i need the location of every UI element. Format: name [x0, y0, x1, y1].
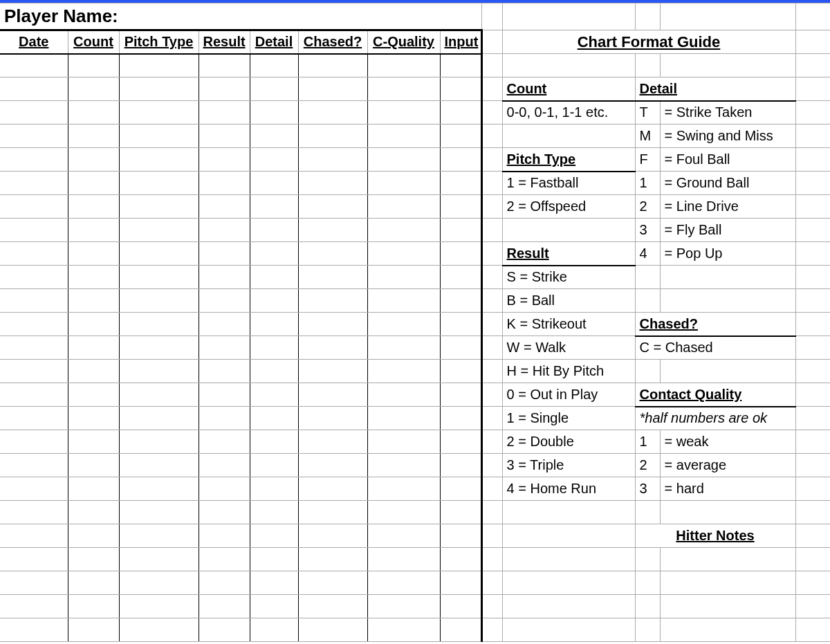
- entry-cell-chased[interactable]: [298, 618, 367, 642]
- blank-cell[interactable]: [795, 360, 830, 383]
- entry-cell-detail[interactable]: [250, 172, 298, 195]
- entry-cell-c-quality[interactable]: [367, 54, 440, 77]
- blank-cell[interactable]: [481, 360, 502, 383]
- entry-cell-pitch-type[interactable]: [119, 618, 199, 642]
- entry-cell-date[interactable]: [0, 148, 68, 172]
- entry-cell-c-quality[interactable]: [367, 501, 440, 524]
- entry-cell-chased[interactable]: [298, 219, 367, 242]
- blank-cell[interactable]: [481, 313, 502, 336]
- entry-cell-result[interactable]: [199, 289, 250, 313]
- blank-cell[interactable]: [795, 77, 830, 101]
- entry-cell-pitch-type[interactable]: [119, 289, 199, 313]
- entry-cell-result[interactable]: [199, 548, 250, 571]
- entry-cell-c-quality[interactable]: [367, 289, 440, 313]
- entry-cell-detail[interactable]: [250, 477, 298, 501]
- entry-cell-chased[interactable]: [298, 454, 367, 477]
- blank-cell[interactable]: [795, 313, 830, 336]
- entry-cell-pitch-type[interactable]: [119, 454, 199, 477]
- entry-cell-detail[interactable]: [250, 383, 298, 407]
- entry-cell-detail[interactable]: [250, 289, 298, 313]
- entry-cell-date[interactable]: [0, 313, 68, 336]
- entry-cell-chased[interactable]: [298, 524, 367, 548]
- entry-cell-result[interactable]: [199, 595, 250, 618]
- entry-cell-result[interactable]: [199, 501, 250, 524]
- entry-cell-input[interactable]: [440, 360, 481, 383]
- entry-cell-chased[interactable]: [298, 477, 367, 501]
- entry-cell-chased[interactable]: [298, 336, 367, 360]
- blank-cell[interactable]: [795, 289, 830, 313]
- blank-cell[interactable]: [481, 548, 502, 571]
- entry-cell-c-quality[interactable]: [367, 571, 440, 595]
- blank-cell[interactable]: [481, 524, 502, 548]
- entry-cell-count[interactable]: [68, 383, 119, 407]
- entry-cell-count[interactable]: [68, 548, 119, 571]
- entry-cell-date[interactable]: [0, 548, 68, 571]
- entry-cell-input[interactable]: [440, 430, 481, 454]
- entry-cell-detail[interactable]: [250, 54, 298, 77]
- blank-cell[interactable]: [795, 548, 830, 571]
- blank-cell[interactable]: [795, 407, 830, 430]
- entry-cell-input[interactable]: [440, 195, 481, 219]
- entry-cell-count[interactable]: [68, 618, 119, 642]
- entry-cell-date[interactable]: [0, 501, 68, 524]
- entry-cell-pitch-type[interactable]: [119, 383, 199, 407]
- entry-cell-pitch-type[interactable]: [119, 360, 199, 383]
- entry-cell-chased[interactable]: [298, 360, 367, 383]
- entry-cell-pitch-type[interactable]: [119, 313, 199, 336]
- blank-cell[interactable]: [481, 430, 502, 454]
- entry-cell-pitch-type[interactable]: [119, 501, 199, 524]
- entry-cell-date[interactable]: [0, 454, 68, 477]
- blank-cell[interactable]: [481, 125, 502, 148]
- blank-cell[interactable]: [795, 3, 830, 30]
- blank-cell[interactable]: [795, 30, 830, 54]
- blank-cell[interactable]: [481, 336, 502, 360]
- entry-cell-detail[interactable]: [250, 360, 298, 383]
- entry-cell-result[interactable]: [199, 148, 250, 172]
- entry-cell-date[interactable]: [0, 266, 68, 289]
- entry-cell-chased[interactable]: [298, 54, 367, 77]
- blank-cell[interactable]: [795, 266, 830, 289]
- entry-cell-pitch-type[interactable]: [119, 407, 199, 430]
- entry-cell-date[interactable]: [0, 360, 68, 383]
- entry-cell-detail[interactable]: [250, 407, 298, 430]
- blank-cell[interactable]: [481, 266, 502, 289]
- entry-cell-date[interactable]: [0, 242, 68, 266]
- entry-cell-input[interactable]: [440, 125, 481, 148]
- blank-cell[interactable]: [795, 336, 830, 360]
- entry-cell-result[interactable]: [199, 571, 250, 595]
- entry-cell-c-quality[interactable]: [367, 524, 440, 548]
- blank-cell[interactable]: [795, 524, 830, 548]
- blank-cell[interactable]: [795, 501, 830, 524]
- entry-cell-date[interactable]: [0, 289, 68, 313]
- entry-cell-date[interactable]: [0, 101, 68, 125]
- entry-cell-detail[interactable]: [250, 430, 298, 454]
- blank-cell[interactable]: [481, 219, 502, 242]
- entry-cell-input[interactable]: [440, 219, 481, 242]
- entry-cell-date[interactable]: [0, 407, 68, 430]
- entry-cell-chased[interactable]: [298, 289, 367, 313]
- entry-cell-input[interactable]: [440, 101, 481, 125]
- entry-cell-c-quality[interactable]: [367, 360, 440, 383]
- entry-cell-count[interactable]: [68, 595, 119, 618]
- entry-cell-input[interactable]: [440, 524, 481, 548]
- entry-cell-detail[interactable]: [250, 313, 298, 336]
- entry-cell-pitch-type[interactable]: [119, 125, 199, 148]
- entry-cell-result[interactable]: [199, 524, 250, 548]
- entry-cell-c-quality[interactable]: [367, 219, 440, 242]
- entry-cell-c-quality[interactable]: [367, 266, 440, 289]
- entry-cell-detail[interactable]: [250, 125, 298, 148]
- entry-cell-detail[interactable]: [250, 336, 298, 360]
- entry-cell-chased[interactable]: [298, 430, 367, 454]
- entry-cell-result[interactable]: [199, 101, 250, 125]
- entry-cell-chased[interactable]: [298, 266, 367, 289]
- entry-cell-input[interactable]: [440, 266, 481, 289]
- entry-cell-c-quality[interactable]: [367, 195, 440, 219]
- entry-cell-chased[interactable]: [298, 77, 367, 101]
- entry-cell-pitch-type[interactable]: [119, 54, 199, 77]
- entry-cell-count[interactable]: [68, 172, 119, 195]
- entry-cell-input[interactable]: [440, 618, 481, 642]
- entry-cell-result[interactable]: [199, 360, 250, 383]
- entry-cell-c-quality[interactable]: [367, 313, 440, 336]
- entry-cell-detail[interactable]: [250, 501, 298, 524]
- entry-cell-date[interactable]: [0, 219, 68, 242]
